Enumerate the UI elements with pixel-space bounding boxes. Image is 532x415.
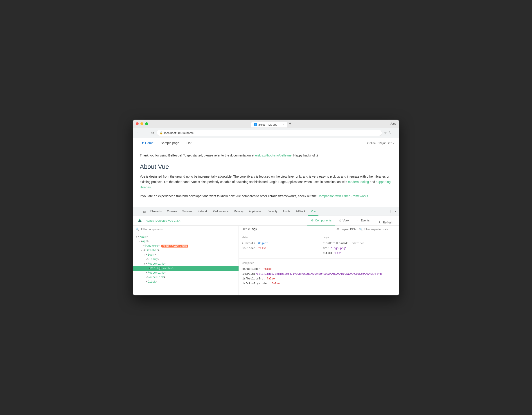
vue-nav-tabs: ⚙ Components ⊙ Vuex ⋯ Events ↻ Refresh	[307, 216, 395, 225]
tree-item-titlebar[interactable]: ▼ <Titlebar>	[133, 248, 238, 253]
devtools-main: 🔍 ▼ <Main> ▼ <App>	[133, 226, 399, 295]
address-input-wrap[interactable]: 🔒 localhost:8888/#/home	[157, 130, 382, 136]
tree-item-routerlink-1[interactable]: ▼ <RouterLink>	[133, 262, 238, 266]
welcome-text: Thank you for using Bellevue! To get sta…	[140, 153, 392, 158]
reading-mode-button[interactable]: f?	[389, 131, 391, 135]
title-bar: ▶ ¡Hola! – My app × + Jerry	[133, 120, 399, 128]
inspect-dom-action[interactable]: 👁 Inspect DOM	[336, 228, 356, 231]
modern-tooling-link[interactable]: modern tooling	[348, 180, 369, 184]
refresh-icon: ↻	[379, 221, 381, 224]
tree-item-main[interactable]: ▼ <Main>	[133, 235, 238, 239]
computed-imgpath-row: imgPath: "data:image/png;base64,iVBORw0K…	[242, 272, 395, 277]
vue-tab-events[interactable]: ⋯ Events	[353, 216, 373, 225]
tree-item-routerlink-3[interactable]: <RouterLink>	[133, 275, 238, 280]
devtools-tab-adblock[interactable]: AdBlock	[293, 207, 308, 216]
vm-label: == $vm0	[163, 267, 173, 270]
filter-inspected-input[interactable]	[364, 228, 395, 231]
nav-link-sample[interactable]: Sample page	[157, 138, 183, 148]
devtools-tab-vue[interactable]: Vue	[308, 207, 318, 216]
tab-bar: ▶ ¡Hola! – My app × +	[148, 120, 396, 127]
devtools-tab-console[interactable]: Console	[164, 207, 180, 216]
devtools: ⬚ ⊡ Elements Console Sources Network Per…	[133, 207, 399, 295]
devtools-tab-network[interactable]: Network	[195, 207, 210, 216]
address-actions: ☆ f? ⋮	[384, 131, 396, 135]
prop-src-row: src: "logo.png"	[323, 246, 396, 251]
refresh-button[interactable]: ↻	[150, 130, 155, 136]
devtools-tab-audits[interactable]: Audits	[280, 207, 293, 216]
back-button[interactable]: ←	[136, 130, 141, 136]
page-nav-bar: ▼ Home Sample page List Online • 19 jun.…	[133, 138, 399, 148]
inspect-dom-icon: 👁	[336, 228, 340, 231]
url-display: localhost:8888/#/home	[164, 131, 379, 135]
prop-title-row: title: "Foo"	[323, 251, 396, 256]
tree-item-app[interactable]: ▼ <App>	[133, 239, 238, 244]
home-nav-icon: ▼	[141, 141, 144, 145]
inspector-component-name: <PicImg>	[242, 228, 333, 231]
about-para-2: If you are an experienced frontend devel…	[140, 194, 392, 199]
inspector-header: <PicImg> 👁 Inspect DOM 🔍	[239, 226, 399, 233]
inspector-actions: 👁 Inspect DOM 🔍	[336, 228, 395, 231]
devtools-tabs: ⬚ ⊡ Elements Console Sources Network Per…	[133, 207, 399, 216]
devtools-tab-performance[interactable]: Performance	[210, 207, 231, 216]
bellevue-link[interactable]: eiskis.gitbooks.io/bellevue	[255, 154, 292, 157]
devtools-close-button[interactable]: ×	[394, 209, 397, 214]
devtools-tab-actions: ⋮ ×	[388, 209, 397, 214]
devtools-tab-elements[interactable]: Elements	[148, 207, 164, 216]
status-text: Online • 19 jun. 2017	[367, 141, 395, 145]
nav-links: ▼ Home Sample page List	[137, 138, 195, 148]
page-content: Thank you for using Bellevue! To get sta…	[133, 148, 399, 207]
filter-search-icon: 🔍	[359, 228, 362, 231]
tab-close-button[interactable]: ×	[283, 123, 284, 126]
nav-link-home[interactable]: ▼ Home	[137, 138, 157, 148]
new-tab-button[interactable]: +	[287, 120, 294, 127]
computed-canbehidden-row: canBeHidden: false	[242, 267, 395, 272]
prop-hideuntilloaded-row: hideUntilLoaded: undefined	[323, 241, 396, 246]
browser-window: ▶ ¡Hola! – My app × + Jerry ← → ↻ 🔒 loca…	[133, 120, 399, 296]
tree-item-pagehome[interactable]: <PageHome> router-view: /home	[133, 244, 238, 248]
vue-tab-components[interactable]: ⚙ Components	[307, 216, 335, 225]
inspector-body: data ▶ $route: Object isHidden: false	[239, 233, 399, 258]
minimize-button[interactable]	[140, 122, 143, 125]
tree-item-picimg-1[interactable]: <PicImg>	[133, 257, 238, 262]
comparison-link[interactable]: Comparison with Other Frameworks	[318, 194, 368, 198]
devtools-responsive-icon[interactable]: ⊡	[141, 207, 148, 216]
bookmark-button[interactable]: ☆	[384, 131, 387, 135]
user-name: Jerry	[390, 122, 396, 125]
devtools-tab-application[interactable]: Application	[246, 207, 265, 216]
browser-tab[interactable]: ▶ ¡Hola! – My app ×	[251, 122, 287, 128]
devtools-tab-memory[interactable]: Memory	[231, 207, 246, 216]
vuex-icon: ⊙	[339, 219, 341, 222]
devtools-tab-security[interactable]: Security	[265, 207, 280, 216]
devtools-more-button[interactable]: ⋮	[388, 209, 393, 214]
computed-isabsolutesrc-row: isAbsoluteSrc: false	[242, 277, 395, 281]
tree-item-picimg-selected[interactable]: <PicImg> == $vm0	[133, 266, 238, 271]
data-ishidden-row: isHidden: false	[242, 246, 315, 251]
filter-components-input[interactable]	[141, 228, 236, 231]
events-icon: ⋯	[356, 219, 359, 222]
nav-link-list[interactable]: List	[183, 138, 195, 148]
tree-item-icon[interactable]: ▶ <Icon>	[133, 253, 238, 257]
data-route-row: ▶ $route: Object	[242, 241, 315, 246]
tree-item-routerlink-2[interactable]: <RouterLink>	[133, 271, 238, 275]
props-section-title: props	[323, 236, 396, 239]
vue-refresh-button[interactable]: ↻ Refresh	[377, 219, 395, 225]
close-button[interactable]	[136, 122, 139, 125]
component-tree: 🔍 ▼ <Main> ▼ <App>	[133, 226, 239, 295]
vue-devtools-bar: Ready. Detected Vue 2.3.4. ⚙ Components …	[133, 216, 399, 226]
maximize-button[interactable]	[145, 122, 148, 125]
tree-item-click[interactable]: <Click>	[133, 280, 238, 284]
router-view-badge: router-view: /home	[161, 245, 188, 248]
search-icon: 🔍	[136, 228, 139, 231]
devtools-inspect-icon[interactable]: ⬚	[135, 207, 141, 216]
about-vue-title: About Vue	[140, 163, 392, 170]
devtools-tab-sources[interactable]: Sources	[180, 207, 195, 216]
more-button[interactable]: ⋮	[393, 131, 396, 135]
brand-name: Bellevue	[168, 154, 181, 157]
computed-section-title: computed	[242, 261, 395, 265]
lock-icon: 🔒	[160, 131, 163, 134]
forward-button[interactable]: →	[143, 130, 148, 136]
vue-tab-vuex[interactable]: ⊙ Vuex	[335, 216, 353, 225]
tab-title: ¡Hola! – My app	[258, 123, 277, 126]
tree-items: ▼ <Main> ▼ <App> <PageHome> router-view:…	[133, 233, 238, 286]
data-section-title: data	[242, 236, 315, 239]
